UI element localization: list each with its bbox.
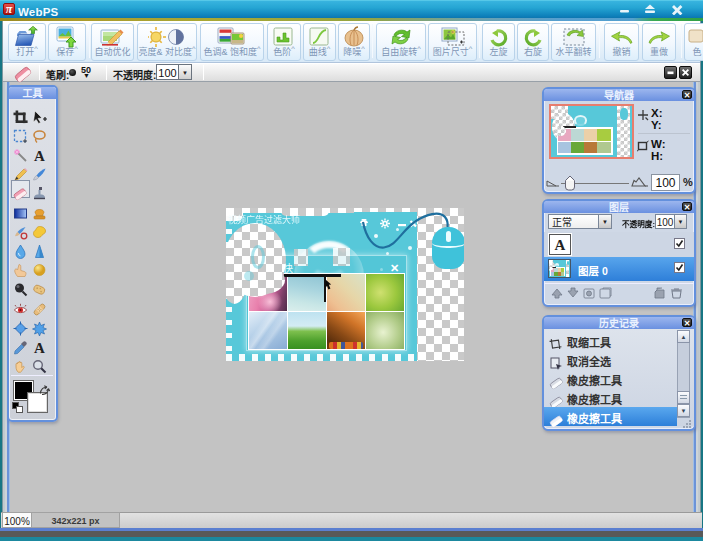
- svg-text:A: A: [34, 340, 45, 355]
- svg-text:A: A: [34, 148, 45, 163]
